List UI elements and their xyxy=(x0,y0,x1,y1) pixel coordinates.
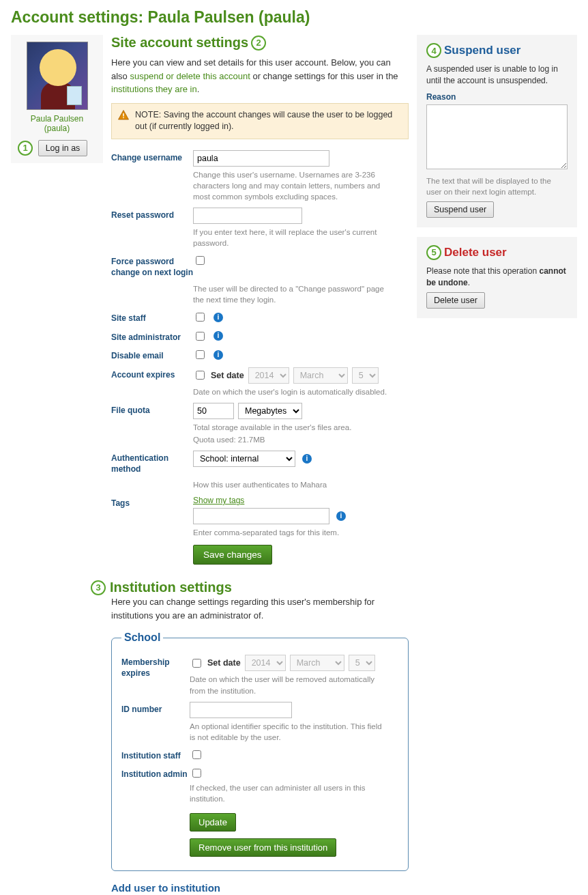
inst-expires-year[interactable]: 2014 xyxy=(245,655,286,671)
disable-email-checkbox[interactable] xyxy=(196,350,205,359)
auth-help: How this user authenticates to Mahara xyxy=(193,479,391,490)
info-icon[interactable]: i xyxy=(214,313,223,322)
quota-value-input[interactable] xyxy=(193,403,234,419)
school-fieldset: School Membership expires Set date 2014 … xyxy=(111,631,409,870)
expires-month-select[interactable]: March xyxy=(293,367,348,384)
svg-rect-0 xyxy=(123,113,124,117)
svg-rect-1 xyxy=(123,117,124,118)
membership-expires-label: Membership expires xyxy=(121,655,190,679)
user-profile-link[interactable]: Paula Paulsen (paula) xyxy=(18,114,96,133)
reset-password-input[interactable] xyxy=(193,208,302,224)
callout-2: 2 xyxy=(251,35,266,51)
institution-settings-heading: Institution settings xyxy=(110,580,232,595)
delete-panel: 5 Delete user Please note that this oper… xyxy=(417,237,577,319)
site-admin-label: Site administrator xyxy=(111,330,193,343)
page-title: Account settings: Paula Paulsen (paula) xyxy=(11,8,577,27)
login-as-button[interactable]: Log in as xyxy=(38,140,88,156)
inst-admin-help: If checked, the user can administer all … xyxy=(190,782,387,804)
suspend-heading: Suspend user xyxy=(444,44,520,57)
reason-help: The text that will be displayed to the u… xyxy=(426,175,568,197)
info-icon[interactable]: i xyxy=(302,454,312,464)
change-username-label: Change username xyxy=(111,150,193,164)
callout-3: 3 xyxy=(91,580,106,595)
reset-password-label: Reset password xyxy=(111,208,193,221)
expires-year-select[interactable]: 2014 xyxy=(248,367,289,384)
site-staff-label: Site staff xyxy=(111,311,193,324)
inst-admin-label: Institution admin xyxy=(121,767,190,780)
idnum-input[interactable] xyxy=(190,702,292,718)
expires-enable-checkbox[interactable] xyxy=(196,371,205,380)
institutions-link[interactable]: institutions they are in xyxy=(111,84,197,94)
callout-1: 1 xyxy=(18,141,33,156)
disable-email-label: Disable email xyxy=(111,348,193,362)
account-expires-label: Account expires xyxy=(111,367,193,381)
note-box: NOTE: Saving the account changes will ca… xyxy=(111,103,409,139)
tags-help: Enter comma-separated tags for this item… xyxy=(193,527,391,538)
force-pw-label: Force password change on next login xyxy=(111,254,193,278)
inst-staff-checkbox[interactable] xyxy=(192,750,201,759)
inst-admin-checkbox[interactable] xyxy=(192,769,201,778)
expires-help: Date on which the user's login is automa… xyxy=(193,386,391,397)
inst-expires-help: Date on which the user will be removed a… xyxy=(190,674,387,696)
warning-icon xyxy=(117,109,130,122)
callout-4: 4 xyxy=(426,43,441,58)
remove-from-institution-button[interactable]: Remove user from this institution xyxy=(190,838,336,857)
quota-used: Quota used: 21.7MB xyxy=(193,434,391,445)
tags-label: Tags xyxy=(111,496,193,509)
inst-intro: Here you can change settings regarding t… xyxy=(111,595,409,622)
delete-desc: Please note that this operation cannot b… xyxy=(426,266,568,289)
force-pw-checkbox[interactable] xyxy=(196,256,205,265)
quota-label: File quota xyxy=(111,403,193,416)
quota-help: Total storage available in the user's fi… xyxy=(193,422,391,433)
setdate-label: Set date xyxy=(207,658,241,668)
show-my-tags-link[interactable]: Show my tags xyxy=(193,496,409,505)
auth-method-label: Authentication method xyxy=(111,451,193,474)
reset-password-help: If you enter text here, it will replace … xyxy=(193,227,391,248)
auth-method-select[interactable]: School: internal xyxy=(193,451,295,467)
idnum-help: An optional identifier specific to the i… xyxy=(190,721,387,743)
info-icon[interactable]: i xyxy=(336,511,346,521)
force-pw-help: The user will be directed to a "Change p… xyxy=(193,283,391,305)
suspend-delete-link[interactable]: suspend or delete this account xyxy=(130,71,250,81)
reason-textarea[interactable] xyxy=(426,104,568,169)
right-column: 4 Suspend user A suspended user is unabl… xyxy=(417,35,577,328)
tags-input[interactable] xyxy=(193,508,329,524)
avatar xyxy=(27,42,88,110)
setdate-label: Set date xyxy=(211,371,244,380)
suspend-desc: A suspended user is unable to log in unt… xyxy=(426,63,568,87)
info-icon[interactable]: i xyxy=(214,331,223,341)
update-button[interactable]: Update xyxy=(190,813,236,832)
inst-expires-checkbox[interactable] xyxy=(192,659,201,668)
inst-expires-month[interactable]: March xyxy=(290,655,344,671)
idnum-label: ID number xyxy=(121,702,190,715)
inst-staff-label: Institution staff xyxy=(121,748,190,762)
add-user-heading: Add user to institution xyxy=(111,882,409,894)
site-staff-checkbox[interactable] xyxy=(196,313,205,322)
change-username-input[interactable] xyxy=(193,150,329,167)
school-legend: School xyxy=(121,631,163,644)
expires-day-select[interactable]: 5 xyxy=(352,367,379,384)
reason-label: Reason xyxy=(426,92,568,102)
delete-heading: Delete user xyxy=(444,246,507,259)
user-sidebar: Paula Paulsen (paula) 1 Log in as xyxy=(11,35,103,163)
quota-unit-select[interactable]: Megabytes xyxy=(238,403,302,419)
info-icon[interactable]: i xyxy=(214,350,223,360)
save-changes-button[interactable]: Save changes xyxy=(193,545,272,565)
site-intro: Here you can view and set details for th… xyxy=(111,56,409,96)
site-settings-heading: Site account settings 2 xyxy=(111,35,409,51)
change-username-help: Change this user's username. Usernames a… xyxy=(193,169,391,202)
delete-user-button[interactable]: Delete user xyxy=(426,292,485,309)
callout-5: 5 xyxy=(426,245,441,260)
inst-expires-day[interactable]: 5 xyxy=(349,655,375,671)
center-column: Site account settings 2 Here you can vie… xyxy=(111,35,409,895)
suspend-panel: 4 Suspend user A suspended user is unabl… xyxy=(417,35,577,227)
suspend-user-button[interactable]: Suspend user xyxy=(426,201,494,218)
site-admin-checkbox[interactable] xyxy=(196,332,205,341)
